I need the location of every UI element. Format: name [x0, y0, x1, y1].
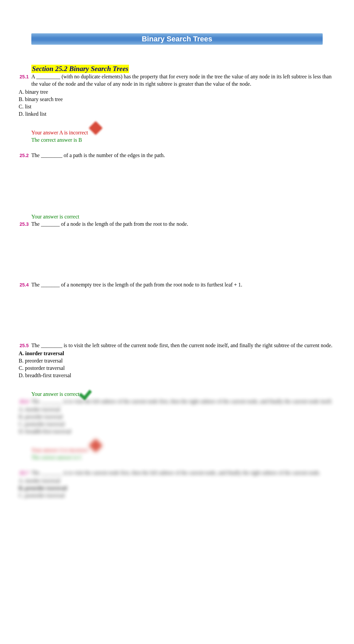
option-c[interactable]: C. postorder traversal	[19, 421, 335, 428]
option-d[interactable]: D. breadth-first traversal	[19, 372, 335, 379]
option-b[interactable]: B. preorder traversal	[19, 485, 335, 492]
option-c[interactable]: C. postorder traversal	[19, 365, 335, 372]
feedback-block: Your answer A is incorrect The correct a…	[31, 439, 335, 461]
cross-icon	[89, 121, 104, 136]
question-options: A. inorder traversal B. preorder travers…	[19, 477, 335, 499]
option-a[interactable]: A. binary tree	[19, 88, 335, 96]
option-b[interactable]: B. preorder traversal	[19, 357, 335, 365]
feedback-incorrect: Your answer A is incorrect	[31, 447, 88, 454]
question-number: 25.7	[19, 469, 31, 477]
feedback-correct: Your answer is correct	[31, 391, 79, 398]
question-number: 25.3	[19, 220, 31, 228]
question-text: A _________ (with no duplicate elements)…	[31, 73, 335, 88]
feedback-correct-answer: The correct answer is B	[31, 136, 335, 144]
feedback-block: Your answer is correct	[31, 383, 335, 398]
question-25-7: 25.7 The ________ is to visit the curren…	[19, 469, 335, 499]
cross-icon	[89, 439, 104, 454]
feedback-incorrect: Your answer A is incorrect	[31, 129, 88, 136]
question-options: A. inorder traversal B. preorder travers…	[19, 406, 335, 435]
feedback-block: Your answer is correct	[31, 213, 335, 220]
question-options: A. binary tree B. binary search tree C. …	[19, 88, 335, 118]
question-number: 25.1	[19, 73, 31, 80]
question-25-2: 25.2 The ________ of a path is the numbe…	[19, 152, 335, 220]
option-c[interactable]: C. list	[19, 103, 335, 110]
question-text: The _______ of a nonempty tree is the le…	[31, 281, 335, 288]
option-d[interactable]: D. breadth-first traversal	[19, 428, 335, 435]
question-25-1: 25.1 A _________ (with no duplicate elem…	[19, 73, 335, 144]
option-b[interactable]: B. preorder traversal	[19, 413, 335, 421]
feedback-block: Your answer A is incorrect The correct a…	[31, 121, 335, 144]
question-25-4: 25.4 The _______ of a nonempty tree is t…	[19, 281, 335, 342]
question-number: 25.4	[19, 281, 31, 288]
feedback-correct: Your answer is correct	[31, 214, 79, 219]
check-icon	[80, 383, 95, 398]
question-number: 25.6	[19, 398, 31, 405]
option-b[interactable]: B. binary search tree	[19, 96, 335, 103]
question-25-5: 25.5 The ________ is to visit the left s…	[19, 342, 335, 398]
option-a[interactable]: A. inorder traversal	[19, 477, 335, 485]
question-text: The ________ of a path is the number of …	[31, 152, 335, 159]
question-options: A. inorder traversal B. preorder travers…	[19, 350, 335, 379]
option-a[interactable]: A. inorder traversal	[19, 350, 335, 357]
section-heading-row: Section 25.2 Binary Search Trees	[19, 65, 335, 73]
option-a[interactable]: A. inorder traversal	[19, 406, 335, 413]
chapter-title-bar: Binary Search Trees	[31, 33, 323, 45]
feedback-correct-answer: The correct answer is C	[31, 454, 335, 461]
question-text: The _______ of a node is the length of t…	[31, 220, 335, 228]
question-25-3: 25.3 The _______ of a node is the length…	[19, 220, 335, 281]
section-heading: Section 25.2 Binary Search Trees	[31, 65, 129, 73]
question-25-6: 25.6 The ________ is to visit the left s…	[19, 398, 335, 461]
option-c[interactable]: C. postorder traversal	[19, 492, 335, 499]
option-d[interactable]: D. linked list	[19, 110, 335, 118]
quiz-page: Binary Search Trees Section 25.2 Binary …	[0, 0, 354, 644]
question-number: 25.5	[19, 342, 31, 349]
question-text: The ________ is to visit the current nod…	[31, 469, 335, 477]
chapter-title: Binary Search Trees	[142, 35, 212, 43]
question-text: The ________ is to visit the left subtre…	[31, 342, 335, 349]
question-number: 25.2	[19, 152, 31, 159]
question-text: The ________ is to visit the left subtre…	[31, 398, 335, 405]
